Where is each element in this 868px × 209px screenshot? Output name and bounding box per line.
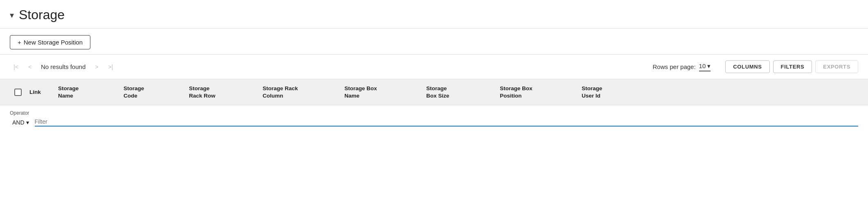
no-results-text: No results found [41,63,85,70]
th-storage-name-label2: Name [58,92,73,100]
th-storage-user-id[interactable]: Storage User Id [578,79,644,105]
th-box-size-label1: Storage [426,85,447,92]
last-page-button[interactable]: >| [104,61,117,73]
rows-per-page-select[interactable]: 10 ▾ [699,62,711,71]
filter-controls: AND ▾ [10,118,858,127]
th-storage-box-name[interactable]: Storage Box Name [341,79,423,105]
th-storage-rack-column[interactable]: Storage Rack Column [259,79,341,105]
th-storage-name[interactable]: Storage Name [55,79,120,105]
exports-button[interactable]: EXPORTS [815,60,858,73]
collapse-chevron-icon[interactable]: ▾ [10,10,14,20]
operator-chevron-icon: ▾ [26,119,29,126]
select-all-checkbox[interactable] [14,89,22,96]
pagination-controls: |< < No results found > >| [10,61,117,73]
th-box-position-label1: Storage Box [500,85,533,92]
th-box-size-label2: Box Size [426,92,449,100]
th-box-position-label2: Position [500,92,522,100]
th-storage-code[interactable]: Storage Code [120,79,186,105]
operator-label: Operator [10,110,858,116]
th-box-name-label1: Storage Box [344,85,377,92]
th-rack-col-label2: Column [263,92,283,100]
th-link: Link [26,79,55,105]
first-page-button[interactable]: |< [10,61,22,73]
th-storage-code-label1: Storage [124,85,144,92]
plus-icon: + [18,39,21,46]
prev-page-button[interactable]: < [24,61,36,73]
operator-value: AND [12,119,25,126]
th-storage-box-size[interactable]: Storage Box Size [423,79,497,105]
th-storage-box-position[interactable]: Storage Box Position [497,79,578,105]
th-user-id-label2: User Id [582,92,600,100]
action-buttons: COLUMNS FILTERS EXPORTS [725,60,858,73]
rows-per-page-control: Rows per page: 10 ▾ [653,62,711,71]
filter-input[interactable] [35,118,858,125]
th-rack-row-label2: Rack Row [189,92,216,100]
th-link-label: Link [29,89,41,95]
page-container: ▾ Storage + New Storage Position |< < No… [0,0,868,209]
rows-per-page-chevron-icon: ▾ [707,62,711,70]
page-header: ▾ Storage [0,0,868,29]
th-storage-name-label1: Storage [58,85,79,92]
th-checkbox[interactable] [10,79,26,105]
columns-button[interactable]: COLUMNS [725,60,769,73]
th-rack-row-label1: Storage [189,85,209,92]
th-box-name-label2: Name [344,92,360,100]
th-rack-col-label1: Storage Rack [263,85,298,92]
next-page-button[interactable]: > [90,61,103,73]
table-header: Link Storage Name Storage Code Storage R… [0,79,868,105]
new-storage-position-button[interactable]: + New Storage Position [10,35,90,49]
toolbar: + New Storage Position [0,29,868,55]
filter-input-container [35,118,858,127]
th-storage-rack-row[interactable]: Storage Rack Row [186,79,259,105]
filter-row: Operator AND ▾ [0,105,868,131]
new-storage-position-label: New Storage Position [24,39,83,46]
page-title: Storage [19,7,65,22]
rows-per-page-value: 10 [699,62,706,69]
rows-per-page-label: Rows per page: [653,63,696,70]
operator-select[interactable]: AND ▾ [10,118,31,127]
controls-bar: |< < No results found > >| Rows per page… [0,55,868,79]
th-storage-code-label2: Code [124,92,137,100]
filters-button[interactable]: FILTERS [773,60,812,73]
th-user-id-label1: Storage [582,85,602,92]
